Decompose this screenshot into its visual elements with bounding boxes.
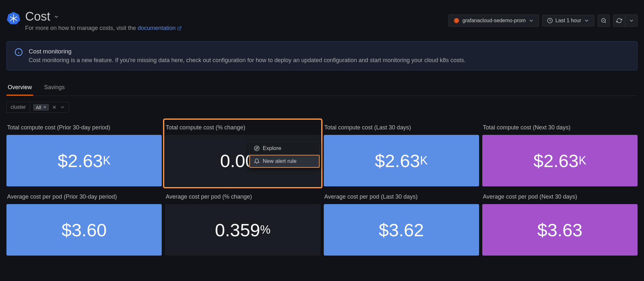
menu-item-new-alert[interactable]: New alert rule <box>249 155 320 168</box>
menu-item-explore[interactable]: Explore <box>249 142 320 155</box>
chevron-down-icon <box>53 14 59 20</box>
page-title: Cost <box>25 10 50 23</box>
chevron-down-icon <box>528 18 534 23</box>
stat-value: 0.359% <box>165 204 320 256</box>
external-link-icon <box>177 26 182 31</box>
stat-value: $3.60 <box>6 204 162 256</box>
datasource-picker[interactable]: grafanacloud-sedemo-prom <box>448 14 539 27</box>
chevron-down-icon <box>60 104 65 110</box>
panel-grid: Total compute cost (Prior 30-day period)… <box>6 120 638 256</box>
refresh-icon <box>616 18 622 23</box>
info-icon <box>14 48 23 56</box>
refresh-button[interactable] <box>613 14 625 27</box>
stat-value: $3.62 <box>324 204 479 256</box>
panel-total-last: Total compute cost (Last 30 days) $2.63K <box>324 120 479 186</box>
zoom-out-icon <box>601 18 607 23</box>
banner-body: Cost monitoring is a new feature. If you… <box>29 57 466 64</box>
panel-avg-next: Average cost per pod (Next 30 days) $3.6… <box>482 190 638 256</box>
tabs: Overview Savings <box>6 80 638 96</box>
kubernetes-icon <box>6 11 21 25</box>
refresh-interval-dropdown[interactable] <box>625 14 638 27</box>
filter-row: cluster All ✕ ✕ <box>6 102 638 113</box>
info-banner: Cost monitoring Cost monitoring is a new… <box>6 41 638 70</box>
tab-overview[interactable]: Overview <box>6 80 33 96</box>
dashboard-header: Cost For more on how to manage costs, vi… <box>0 0 644 32</box>
stat-value: $2.63K <box>482 135 638 186</box>
panel-total-next: Total compute cost (Next 30 days) $2.63K <box>482 120 638 186</box>
filter-chip-all[interactable]: All ✕ <box>33 104 49 111</box>
svg-line-8 <box>179 27 181 29</box>
bell-icon <box>254 158 260 164</box>
zoom-out-button[interactable] <box>598 14 610 27</box>
panel-avg-prior: Average cost per pod (Prior 30-day perio… <box>6 190 162 256</box>
chip-remove-icon[interactable]: ✕ <box>43 105 46 109</box>
panel-total-prior: Total compute cost (Prior 30-day period)… <box>6 120 162 186</box>
tab-savings[interactable]: Savings <box>43 80 66 96</box>
panel-context-menu: Explore New alert rule <box>249 142 320 168</box>
stat-value: $2.63K <box>6 135 162 186</box>
panel-avg-last: Average cost per pod (Last 30 days) $3.6… <box>324 190 479 256</box>
stat-value: $2.63K <box>324 135 479 186</box>
panel-avg-change: Average cost per pod (% change) 0.359% <box>165 190 320 256</box>
header-left: Cost For more on how to manage costs, vi… <box>6 10 182 32</box>
filter-label-cluster: cluster <box>6 102 30 113</box>
filter-value-cluster[interactable]: All ✕ ✕ <box>30 102 69 113</box>
svg-line-11 <box>605 22 606 23</box>
documentation-link[interactable]: documentation <box>138 25 182 31</box>
page-subtitle: For more on how to manage costs, visit t… <box>25 25 182 32</box>
chevron-down-icon <box>629 18 634 23</box>
page-title-dropdown[interactable]: Cost <box>25 10 182 23</box>
header-right: grafanacloud-sedemo-prom Last 1 hour <box>448 14 638 27</box>
panel-total-change: Total compute cost (% change) 0.003 Expl… <box>163 118 322 188</box>
time-range-picker[interactable]: Last 1 hour <box>542 15 594 26</box>
clock-icon <box>547 18 553 23</box>
banner-title: Cost monitoring <box>29 48 466 55</box>
clear-filter-icon[interactable]: ✕ <box>52 104 56 110</box>
compass-icon <box>254 145 260 151</box>
chevron-down-icon <box>584 18 590 23</box>
svg-point-16 <box>254 146 259 151</box>
stat-value: $3.63 <box>482 204 638 256</box>
prometheus-icon <box>453 17 460 24</box>
svg-marker-17 <box>255 147 257 149</box>
